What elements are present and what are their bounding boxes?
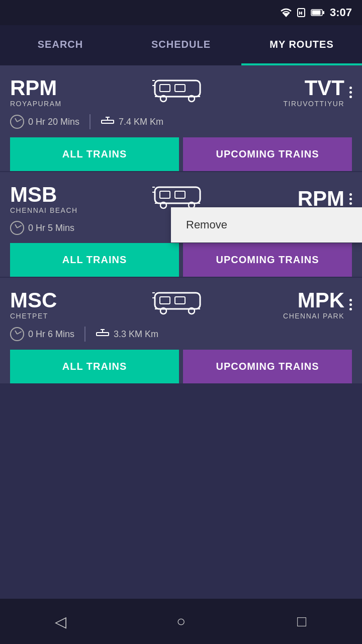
distance-3: 3.3 KM Km: [114, 329, 158, 340]
more-button-2[interactable]: [344, 193, 352, 205]
upcoming-trains-btn-1[interactable]: UPCOMING TRAINS: [183, 137, 352, 171]
svg-rect-8: [155, 80, 200, 97]
clock-icon-3: [10, 327, 24, 341]
station-from-2: MSB CHENNAI BEACH: [10, 184, 147, 214]
more-button-3[interactable]: [344, 299, 352, 310]
tab-bar: SEARCH SCHEDULE MY ROUTES: [0, 25, 362, 65]
route-card-msc-mpk: MSC CHETPET MPK CHENNAI PARK: [0, 278, 362, 384]
svg-marker-0: [283, 13, 290, 17]
context-menu-remove[interactable]: Remove: [171, 207, 362, 243]
divider-3: [84, 327, 85, 342]
station-from-1: RPM ROYAPURAM: [10, 77, 147, 108]
recent-button[interactable]: □: [287, 606, 317, 636]
station-to-3: MPK CHENNAI PARK: [208, 290, 345, 320]
route-card-msb-rpm: MSB CHENNAI BEACH RPM: [0, 172, 362, 278]
from-name-3: CHETPET: [10, 312, 147, 320]
to-code-1: TVT: [208, 77, 345, 99]
distance-1: 7.4 KM Km: [119, 117, 163, 127]
clock-icon-1: [10, 115, 24, 129]
svg-rect-16: [102, 120, 114, 123]
route-buttons-2: ALL TRAINS UPCOMING TRAINS: [10, 243, 352, 277]
more-button-1[interactable]: [344, 87, 352, 98]
station-to-2: RPM: [208, 188, 345, 210]
from-code-3: MSC: [10, 290, 147, 311]
svg-rect-9: [160, 85, 170, 92]
svg-rect-27: [155, 293, 200, 309]
to-code-2: RPM: [208, 188, 345, 209]
duration-2: 0 Hr 5 Mins: [28, 223, 74, 233]
route-card-rpm-tvt: RPM ROYAPURAM TVT TIRUVOTTIYUR: [0, 65, 362, 172]
context-menu: Remove: [171, 207, 362, 243]
time-info-3: 0 Hr 6 Mins: [10, 327, 74, 341]
status-bar: 3:07: [0, 0, 362, 25]
upcoming-trains-btn-2[interactable]: UPCOMING TRAINS: [183, 243, 352, 277]
bottom-nav: ◁ ○ □: [0, 599, 362, 644]
routes-container: RPM ROYAPURAM TVT TIRUVOTTIYUR: [0, 65, 362, 384]
svg-rect-21: [175, 191, 185, 198]
svg-rect-29: [175, 297, 185, 304]
svg-rect-7: [323, 11, 324, 14]
station-from-3: MSC CHETPET: [10, 290, 147, 320]
svg-rect-19: [155, 187, 200, 203]
clock-icon-2: [10, 221, 24, 235]
tab-search[interactable]: SEARCH: [0, 25, 121, 65]
time-info-1: 0 Hr 20 Mins: [10, 115, 79, 129]
time-info-2: 0 Hr 5 Mins: [10, 221, 74, 235]
all-trains-btn-1[interactable]: ALL TRAINS: [10, 137, 179, 171]
tab-my-routes[interactable]: MY ROUTES: [241, 25, 362, 65]
distance-icon-3: [96, 329, 110, 340]
sim-icon: [297, 8, 306, 18]
from-name-2: CHENNAI BEACH: [10, 206, 147, 214]
status-icons: 3:07: [281, 6, 352, 19]
home-button[interactable]: ○: [166, 606, 196, 636]
route-buttons-3: ALL TRAINS UPCOMING TRAINS: [10, 350, 352, 383]
from-code-1: RPM: [10, 77, 147, 99]
all-trains-btn-3[interactable]: ALL TRAINS: [10, 350, 179, 383]
battery-icon: [311, 9, 325, 17]
duration-3: 0 Hr 6 Mins: [28, 329, 74, 340]
status-time: 3:07: [330, 6, 352, 19]
dist-info-1: 7.4 KM Km: [101, 116, 163, 127]
upcoming-trains-btn-3[interactable]: UPCOMING TRAINS: [183, 350, 352, 383]
train-icon-1: [147, 75, 208, 109]
svg-rect-6: [312, 11, 320, 15]
svg-rect-10: [175, 85, 185, 92]
route-info-1: 0 Hr 20 Mins 7.4 KM Km: [10, 114, 352, 129]
to-name-1: TIRUVOTTIYUR: [208, 100, 345, 108]
station-to-1: TVT TIRUVOTTIYUR: [208, 77, 345, 108]
dist-info-3: 3.3 KM Km: [96, 329, 158, 340]
wifi-icon: [281, 8, 292, 17]
tab-schedule[interactable]: SCHEDULE: [121, 25, 241, 65]
to-code-3: MPK: [208, 290, 345, 311]
distance-icon-1: [101, 116, 115, 127]
train-icon-3: [147, 288, 208, 321]
duration-1: 0 Hr 20 Mins: [28, 117, 79, 127]
from-name-1: ROYAPURAM: [10, 100, 147, 108]
route-header-1: RPM ROYAPURAM TVT TIRUVOTTIYUR: [10, 75, 352, 109]
route-header-3: MSC CHETPET MPK CHENNAI PARK: [10, 288, 352, 321]
from-code-2: MSB: [10, 184, 147, 205]
route-info-3: 0 Hr 6 Mins 3.3 KM Km: [10, 327, 352, 342]
route-buttons-1: ALL TRAINS UPCOMING TRAINS: [10, 137, 352, 171]
svg-rect-28: [160, 297, 170, 304]
all-trains-btn-2[interactable]: ALL TRAINS: [10, 243, 179, 277]
to-name-3: CHENNAI PARK: [208, 312, 345, 320]
back-button[interactable]: ◁: [45, 606, 75, 636]
svg-rect-35: [97, 333, 109, 336]
svg-rect-20: [160, 191, 170, 198]
divider-1: [89, 114, 90, 129]
